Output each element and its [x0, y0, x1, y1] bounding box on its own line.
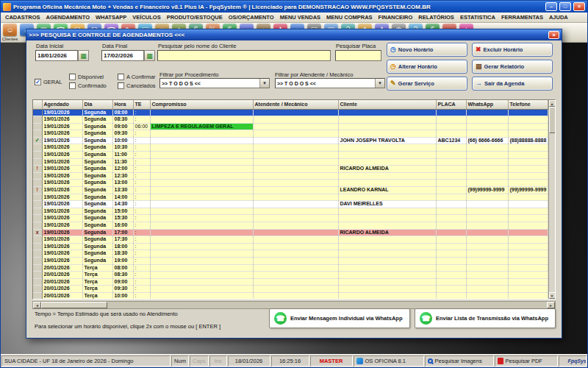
schedule-row[interactable]: 19/01/2026Segunda10:30: — [33, 144, 548, 152]
scroll-up-button[interactable]: ▲ — [549, 100, 556, 107]
gerar-relatorio-button[interactable]: ▤Gerar Relatório — [472, 60, 553, 74]
schedule-row[interactable]: 19/01/2026Segunda12:30: — [33, 172, 548, 180]
scroll-right-button[interactable]: ► — [547, 302, 555, 308]
data-final-input[interactable] — [101, 50, 144, 61]
vertical-scroll-thumb[interactable] — [549, 107, 556, 133]
schedule-row[interactable]: 19/01/2026Segunda08:30: — [33, 116, 548, 124]
schedule-row[interactable]: 19/01/2026Segunda19:00: — [33, 257, 548, 264]
excluir-horario-button[interactable]: ✖Excluir Horário — [472, 43, 553, 57]
column-header-te[interactable]: TE — [133, 100, 150, 109]
schedule-row[interactable]: !19/01/2026Segunda13:30:LEANDRO KARNAL(9… — [33, 187, 548, 194]
sair-agenda-button[interactable]: →Sair da Agenda — [472, 77, 553, 91]
menu-item-ferramentas[interactable]: FERRAMENTAS — [498, 14, 546, 21]
cell-cliente — [338, 194, 436, 201]
schedule-row[interactable]: 20/01/2026Terça09:00: — [33, 278, 548, 286]
cell-agendado: 19/01/2026 — [42, 229, 82, 236]
scroll-left-button[interactable]: ◄ — [33, 302, 41, 308]
whatsapp-broadcast-button[interactable]: ☎ Enviar Lista de Transmissão via WhatsA… — [415, 308, 556, 328]
menu-item-produto-estoque[interactable]: PRODUTO/ESTOQUE — [164, 14, 226, 21]
novo-horario-button[interactable]: ◷Novo Horário — [387, 43, 467, 57]
menu-item-relatorios[interactable]: RELATÓRIOS — [415, 14, 457, 21]
menu-item-cadastros[interactable]: CADASTROS — [2, 14, 43, 21]
vertical-scrollbar[interactable]: ▲ ▼ — [548, 100, 556, 299]
menu-item-ajuda[interactable]: AJUDA — [546, 14, 571, 21]
column-header-compromisso[interactable]: Compromisso — [150, 100, 253, 109]
data-final-calendar-button[interactable]: ▦ — [144, 50, 155, 61]
cell-cliente — [338, 130, 436, 138]
menu-item-os-orcamento[interactable]: OS/ORÇAMENTO — [226, 14, 277, 21]
procedimento-filter-select[interactable]: >> T O D O S << ▼ — [159, 78, 270, 88]
clients-toolbar-button[interactable]: ☺Clientes — [2, 24, 18, 42]
checkbox-a-confirmar[interactable]: A Confirmar — [118, 74, 156, 80]
schedule-row[interactable]: 19/01/2026Segunda08:00: — [33, 109, 548, 116]
schedule-row[interactable]: 20/01/2026Terça08:00: — [33, 264, 548, 272]
checkbox-disponivel[interactable]: Disponível — [69, 74, 107, 80]
cell-whatsapp — [466, 236, 508, 244]
schedule-row[interactable]: 19/01/2026Segunda11:00: — [33, 152, 548, 159]
horizontal-scroll-thumb[interactable] — [41, 302, 107, 308]
cell-cliente: JOHN JOSEPH TRAVOLTA — [338, 137, 436, 144]
close-button[interactable]: × — [573, 2, 585, 11]
data-inicial-calendar-button[interactable]: ▦ — [78, 50, 89, 61]
atendente-filter-select[interactable]: >> T O D O S << ▼ — [275, 78, 385, 88]
chevron-down-icon[interactable]: ▼ — [375, 79, 384, 88]
minimize-button[interactable]: – — [545, 2, 557, 11]
schedule-row[interactable]: 20/01/2026Terça10:00: — [33, 292, 548, 300]
cell-whatsapp — [466, 278, 508, 286]
placa-search-input[interactable] — [335, 50, 381, 61]
schedule-row[interactable]: 19/01/2026Segunda18:00: — [33, 243, 548, 250]
data-inicial-input[interactable] — [35, 50, 78, 61]
schedule-row[interactable]: 19/01/2026Segunda17:30: — [33, 236, 548, 244]
gerar-servico-button[interactable]: ✎Gerar Serviço — [387, 77, 467, 91]
schedule-row[interactable]: 19/01/2026Segunda16:00: — [33, 222, 548, 230]
schedule-row[interactable]: x19/01/2026Segunda17:00:RICARDO ALMEIDA — [33, 229, 548, 236]
column-header-whatsapp[interactable]: WhatsApp — [466, 100, 508, 109]
menu-item-whatsapp[interactable]: WHATSAPP — [93, 14, 129, 21]
whatsapp-individual-button[interactable]: ☎ Enviar Mensagem Individual via WhatsAp… — [269, 308, 410, 328]
column-header-telefone[interactable]: Telefone — [508, 100, 548, 109]
menu-item-veiculos[interactable]: VEÍCULOS — [129, 14, 163, 21]
cell-cliente — [338, 222, 436, 230]
schedule-row[interactable]: !19/01/2026Segunda12:00:RICARDO ALMEIDA — [33, 166, 548, 173]
schedule-row[interactable]: 20/01/2026Terça08:30: — [33, 272, 548, 279]
menu-item-estatistica[interactable]: ESTATISTICA — [457, 14, 498, 21]
schedule-row[interactable]: ✓19/01/2026Segunda10:00:JOHN JOSEPH TRAV… — [33, 137, 548, 144]
cell-dia: Terça — [82, 264, 112, 272]
column-header-agendado[interactable]: Agendado — [42, 100, 82, 109]
menu-item-financeiro[interactable]: FINANCEIRO — [376, 14, 416, 21]
menu-item-agendamento[interactable]: AGENDAMENTO — [43, 14, 93, 21]
menu-item-menu-compras[interactable]: MENU COMPRAS — [323, 14, 376, 21]
search-images-button[interactable]: Pesquisar Imagens — [425, 355, 494, 367]
column-header-placa[interactable]: PLACA — [436, 100, 466, 109]
schedule-row[interactable]: 19/01/2026Segunda18:30: — [33, 250, 548, 258]
schedule-row[interactable]: 19/01/2026Segunda09:0006:00LIMPEZA E REG… — [33, 123, 548, 130]
chevron-down-icon[interactable]: ▼ — [259, 79, 269, 88]
cell-hora: 11:00 — [112, 152, 133, 159]
search-pdf-button[interactable]: Pesquisar PDF — [495, 355, 558, 367]
column-header-dia[interactable]: Dia — [82, 100, 112, 109]
checkbox-confirmado[interactable]: Confirmado — [69, 82, 107, 89]
cliente-search-input[interactable] — [157, 50, 331, 61]
scroll-down-button[interactable]: ▼ — [549, 292, 556, 299]
column-header-hora[interactable]: Hora — [112, 100, 133, 109]
schedule-row[interactable]: 19/01/2026Segunda15:30: — [33, 215, 548, 222]
schedule-row[interactable]: 19/01/2026Segunda15:00: — [33, 208, 548, 215]
cell-compromisso — [150, 257, 253, 264]
schedule-row[interactable]: 19/01/2026Segunda13:00: — [33, 180, 548, 187]
schedule-row[interactable]: 20/01/2026Terça09:30: — [33, 286, 548, 293]
schedule-row[interactable]: 19/01/2026Segunda14:30:DAVI MEIRELLES — [33, 201, 548, 208]
checkbox-geral[interactable]: ✓GERAL — [35, 79, 62, 85]
cell-placa — [436, 116, 466, 124]
dialog-close-button[interactable]: × — [548, 31, 559, 39]
schedule-row[interactable]: 19/01/2026Segunda09:30: — [33, 130, 548, 138]
checkbox-cancelados[interactable]: Cancelados — [118, 82, 156, 89]
alterar-horario-button[interactable]: ◷Alterar Horário — [387, 60, 467, 74]
schedule-row[interactable]: 19/01/2026Segunda14:00: — [33, 194, 548, 201]
column-header-atendente-mecanico[interactable]: Atendente / Mecânico — [253, 100, 338, 109]
schedule-row[interactable]: 19/01/2026Segunda11:30: — [33, 158, 548, 166]
menu-item-menu-vendas[interactable]: MENU VENDAS — [277, 14, 323, 21]
cell-hora: 19:00 — [112, 257, 133, 264]
column-header-gutter[interactable] — [33, 100, 42, 109]
column-header-cliente[interactable]: Cliente — [338, 100, 436, 109]
maximize-button[interactable]: □ — [559, 2, 571, 11]
